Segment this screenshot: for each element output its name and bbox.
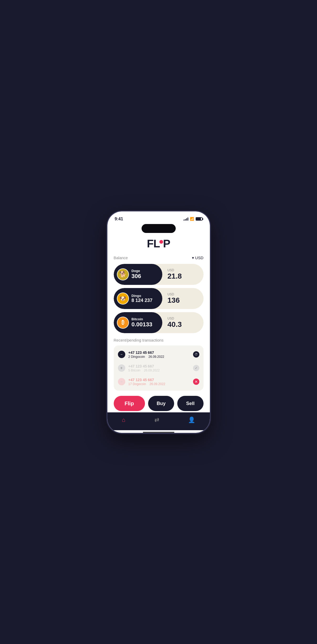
doge-info: Doge 306 xyxy=(132,269,141,279)
tx-date-1: 26.09.2022 xyxy=(148,355,164,359)
doge-coin-icon: 🐕 xyxy=(117,268,129,280)
tx-coin-amount-3: 17 Dogecoin xyxy=(128,382,146,386)
dingo-usd-right: USD 136 xyxy=(162,292,204,305)
bitcoin-info: Bitcoin 0.00133 xyxy=(132,317,153,328)
doge-usd-label: USD xyxy=(168,268,198,272)
dingo-amount: 8 124 237 xyxy=(132,298,153,303)
currency-selector[interactable]: ▾ USD xyxy=(192,256,204,260)
chevron-down-icon: ▾ xyxy=(192,256,194,260)
bitcoin-balance-card[interactable]: ₿ Bitcoin 0.00133 USD 40.3 xyxy=(114,312,204,333)
flip-button[interactable]: Flip xyxy=(114,396,145,411)
bitcoin-usd-right: USD 40.3 xyxy=(162,317,204,329)
bitcoin-coin-icon: ₿ xyxy=(117,317,129,329)
balance-label: Balance xyxy=(114,256,128,260)
tx-coin-amount-2: 5 Bitcoin xyxy=(128,369,141,372)
transactions-label: Recent/pending transactions xyxy=(114,338,204,342)
doge-balance-card[interactable]: 🐕 Doge 306 USD 21.8 xyxy=(114,264,204,285)
tx-info-3: +47 123 45 667 17 Dogecoin 26.09.2022 xyxy=(128,377,190,386)
currency-label: USD xyxy=(195,256,204,260)
nav-profile[interactable]: 👤 xyxy=(183,415,200,425)
logo-container: FL P xyxy=(114,233,204,256)
dingo-usd-label: USD xyxy=(168,292,198,296)
bitcoin-amount: 0.00133 xyxy=(132,321,153,328)
buy-button[interactable]: Buy xyxy=(148,396,174,411)
tx-phone-3: +47 123 45 667 xyxy=(128,377,190,382)
phone-frame: 9:41 📶 FL xyxy=(107,211,210,433)
home-indicator xyxy=(143,432,174,433)
transaction-item-3[interactable]: − +47 123 45 667 17 Dogecoin 26.09.2022 … xyxy=(114,375,204,388)
signal-icon xyxy=(184,217,188,221)
dingo-card-left: 🐶 Dingo 8 124 237 xyxy=(114,288,162,309)
logo-text-fl: FL xyxy=(147,238,160,249)
battery-icon xyxy=(196,217,202,221)
bottom-actions: Flip Buy Sell xyxy=(114,391,204,412)
tx-date-3: 26.09.2022 xyxy=(149,382,165,386)
tx-status-pending-icon: ⏱ xyxy=(193,351,199,358)
doge-usd-right: USD 21.8 xyxy=(162,268,204,280)
bitcoin-usd-amount: 40.3 xyxy=(168,321,198,329)
dingo-balance-card[interactable]: 🐶 Dingo 8 124 237 USD 136 xyxy=(114,288,204,309)
dingo-name: Dingo xyxy=(132,294,153,298)
sell-button[interactable]: Sell xyxy=(177,396,203,411)
bitcoin-name: Bitcoin xyxy=(132,317,153,321)
tx-phone-2: +47 123 45 667 xyxy=(128,364,190,369)
doge-card-left: 🐕 Doge 306 xyxy=(114,264,162,285)
dingo-info: Dingo 8 124 237 xyxy=(132,294,153,303)
dingo-coin-icon: 🐶 xyxy=(117,292,129,305)
logo-dot xyxy=(159,240,163,244)
transactions-container: − +47 123 45 667 2 Dingocoin 26.09.2022 … xyxy=(114,345,204,391)
status-time: 9:41 xyxy=(115,217,123,221)
tx-info-2: +47 123 45 667 5 Bitcoin 26.09.2022 xyxy=(128,364,190,372)
tx-status-done-icon: ✓ xyxy=(193,365,199,371)
profile-icon: 👤 xyxy=(188,417,195,423)
tx-date-2: 26.09.2022 xyxy=(144,369,160,372)
tx-phone-1: +47 123 45 667 xyxy=(128,350,190,355)
dynamic-island xyxy=(142,224,176,233)
tx-details-1: 2 Dingocoin 26.09.2022 xyxy=(128,355,190,359)
status-icons: 📶 xyxy=(184,217,202,221)
doge-amount: 306 xyxy=(132,273,141,279)
phone-screen: 9:41 📶 FL xyxy=(107,211,210,433)
app-logo: FL P xyxy=(147,238,170,249)
nav-home[interactable]: ⌂ xyxy=(117,415,131,425)
bitcoin-card-left: ₿ Bitcoin 0.00133 xyxy=(114,312,162,333)
balance-header: Balance ▾ USD xyxy=(114,256,204,260)
tx-info-1: +47 123 45 667 2 Dingocoin 26.09.2022 xyxy=(128,350,190,359)
tx-failed-icon-3: − xyxy=(118,378,125,385)
dingo-usd-amount: 136 xyxy=(168,296,198,305)
tx-status-error-icon: ✕ xyxy=(193,379,199,385)
status-bar: 9:41 📶 xyxy=(107,211,210,223)
tx-details-3: 17 Dogecoin 26.09.2022 xyxy=(128,382,190,386)
wifi-icon: 📶 xyxy=(190,217,194,221)
doge-usd-amount: 21.8 xyxy=(168,272,198,280)
content-area: FL P Balance ▾ USD 🐕 xyxy=(107,233,210,412)
tx-coin-amount-1: 2 Dingocoin xyxy=(128,355,145,359)
doge-name: Doge xyxy=(132,269,141,273)
tx-send-icon-1: − xyxy=(118,351,125,358)
bottom-nav: ⌂ ⇄ 👤 xyxy=(107,412,210,430)
tx-details-2: 5 Bitcoin 26.09.2022 xyxy=(128,369,190,372)
tx-receive-icon-2: + xyxy=(118,364,125,372)
transaction-item-2[interactable]: + +47 123 45 667 5 Bitcoin 26.09.2022 ✓ xyxy=(114,361,204,375)
bitcoin-usd-label: USD xyxy=(168,317,198,320)
transaction-item-1[interactable]: − +47 123 45 667 2 Dingocoin 26.09.2022 … xyxy=(114,348,204,361)
transfer-icon: ⇄ xyxy=(154,417,159,423)
home-icon: ⌂ xyxy=(122,417,125,423)
nav-transfer[interactable]: ⇄ xyxy=(149,415,164,425)
logo-text-p: P xyxy=(163,238,170,249)
